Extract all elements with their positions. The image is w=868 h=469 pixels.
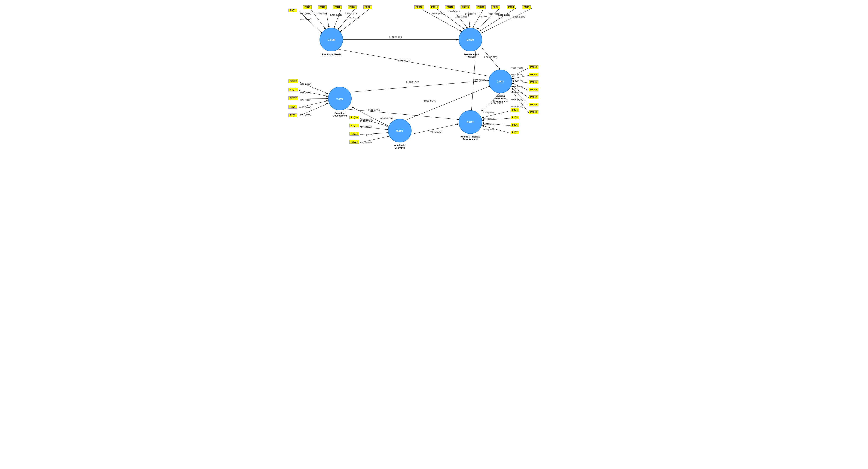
indicator-P2Q10: P2Q10 [288,79,298,83]
loading-fn-q5: 0.768 (0.000) [345,12,357,14]
indicator-P2Q7: P2Q7 [510,130,519,134]
indicator-P3Q4: P3Q4 [333,5,342,9]
loading-dn-q10: 0.820 (0.000) [433,12,444,14]
svg-line-5 [338,8,355,30]
loading-al-q22: 0.871 (0.000) [361,134,372,136]
indicator-P2Q18: P2Q18 [529,103,538,107]
loading-dn-q8: 0.893 (0.000) [498,14,510,16]
indicator-P2Q5: P2Q5 [510,116,519,119]
node-development-needs: 0.680 [459,28,482,51]
svg-line-2 [310,8,326,30]
indicator-P2Q8: P2Q8 [288,105,297,109]
svg-line-37 [482,48,500,70]
node-cd-value: 0.603 [336,97,343,100]
loading-cd-q10: 0.833 (0.000) [300,83,311,85]
indicator-P3Q7: P3Q7 [491,5,500,9]
indicator-P3Q8: P3Q8 [507,5,515,9]
path-dn-hp: 0.057 (0.548) [473,79,486,82]
svg-line-3 [326,8,329,28]
svg-line-29 [512,88,529,105]
node-functional-needs: 0.606 [319,28,343,51]
indicator-P2Q16: P2Q16 [529,88,538,91]
node-al-value: 0.696 [396,129,403,133]
node-fn-value: 0.606 [328,38,335,41]
label-health-physical: Health & PhysicalDevelopment [456,135,485,141]
svg-line-12 [477,8,500,30]
label-social-emotional: Social &EmotionalDevelopment [487,95,514,102]
node-social-emotional: 0.543 [489,69,512,93]
svg-line-43 [408,124,459,135]
indicator-P2Q9: P2Q9 [288,114,297,117]
indicator-P2Q21: P2Q21 [349,124,359,127]
indicator-P2Q19: P2Q19 [529,110,538,114]
path-se-hp: 0.740 (0.000) [491,102,503,104]
indicator-P2Q4: P2Q4 [510,108,519,112]
indicator-P3Q14: P3Q14 [476,5,486,9]
loading-cd-q8: 0.752 (0.000) [300,106,311,108]
path-fn-dn: 0.916 (0.000) [389,36,402,38]
indicator-P3Q10: P3Q10 [414,5,424,9]
loading-fn-q5b: 0.719 (0.000) [347,17,359,19]
svg-line-13 [479,8,516,31]
loading-fn-q2: 0.922 (0.000) [300,18,311,20]
svg-line-6 [340,8,370,32]
svg-line-14 [481,8,532,33]
loading-se-q13: 0.826 (0.000) [512,67,523,69]
loading-fn-q4: 0.794 (0.000) [330,14,342,16]
indicator-P2Q6: P2Q6 [510,123,519,127]
path-fn-se: 0.176 (0.133) [398,60,410,62]
path-dn-se: 0.305 (0.021) [484,56,497,58]
indicator-P2Q11: P2Q11 [288,88,298,91]
svg-line-11 [472,8,484,28]
loading-se-q15: 0.876 (0.000) [512,80,523,82]
node-cognitive-dev: 0.603 [328,87,351,110]
indicator-P3Q2: P3Q2 [303,5,312,9]
loading-fn-q3: 0.843 (0.000) [316,12,328,14]
node-health-physical: 0.611 [459,110,482,134]
node-hp-value: 0.611 [467,121,474,124]
loading-al-q23: 0.814 (0.000) [361,141,372,144]
indicator-P2Q22: P2Q22 [349,132,359,136]
loading-dn-q12: 0.840 (0.000) [456,16,467,18]
loading-se-q14: 0.612 (0.000) [512,74,523,76]
svg-line-4 [334,8,342,28]
node-academic-learning: 0.696 [388,119,411,142]
loading-dn-q13: 0.764 (0.000) [465,13,476,15]
indicator-P3Q1: P3Q1 [288,8,297,12]
svg-line-25 [512,76,529,79]
loading-fn-q1: 0.582 (0.000) [300,12,311,14]
loading-se-q16: 0.885 (0.000) [512,86,523,88]
loading-hp-q4: 0.769 (0.000) [483,111,494,114]
arrows-svg [284,2,584,165]
path-cd-se: 0.353 (0.276) [406,81,419,83]
indicator-P2Q13: P2Q13 [529,65,538,69]
indicator-P2Q23: P2Q23 [349,140,359,144]
node-se-value: 0.543 [497,80,504,83]
svg-line-10 [468,8,470,28]
loading-hp-q6: 0.838 (0.000) [483,123,494,125]
loading-se-q19: 0.500 (0.007) [512,105,523,108]
loading-se-q18: 0.805 (0.000) [512,98,523,101]
indicator-P2Q12: P2Q12 [288,96,298,100]
loading-al-q20: 0.794 (0.000) [361,119,372,121]
loading-hp-q7: 0.698 (0.000) [483,128,494,130]
indicator-P2Q15: P2Q15 [529,80,538,84]
loading-hp-q5: 0.816 (0.000) [483,118,494,120]
path-cd-hp: 0.387 (0.000) [380,117,393,120]
loading-dn-q14: 0.757 (0.000) [476,16,488,18]
path-diagram: 0.606 Functional Needs 0.680 Development… [284,2,584,165]
indicator-P2Q17: P2Q17 [529,95,538,99]
label-functional-needs: Functional Needs [316,53,347,56]
loading-al-q21: 0.856 (0.000) [361,126,372,128]
label-academic-learning: AcademicLearning [387,144,412,149]
indicator-P3Q3: P3Q3 [318,5,327,9]
loading-cd-q11: 0.809 (0.000) [300,92,311,94]
loading-dn-q9: 0.815 (0.000) [513,16,525,18]
svg-line-40 [347,109,459,119]
indicator-P3Q5: P3Q5 [348,5,356,9]
loading-cd-q9: 0.802 (0.000) [300,114,311,116]
loading-dn-q11: 0.879 (0.000) [448,10,460,12]
indicator-P2Q14: P2Q14 [529,73,538,77]
indicator-P2Q20: P2Q20 [349,116,359,119]
label-development-needs: DevelopmentNeeds [460,53,483,58]
